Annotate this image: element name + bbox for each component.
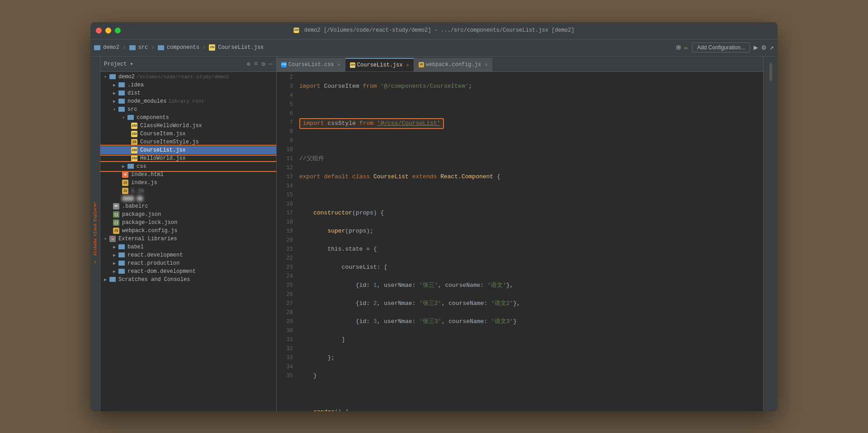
alibaba-cloud-explorer-strip: Alibaba Cloud Explorer ›: [90, 57, 100, 411]
settings-icon2[interactable]: ⚙: [261, 60, 265, 68]
code-line-5: [299, 136, 763, 145]
code-line-20: render() {: [299, 408, 763, 411]
tree-item-courseitemstyle[interactable]: JS CourseItemStyle.js: [100, 138, 276, 146]
editor-area: CSS CourseList.css ✕ JSX CourseList.jsx …: [277, 57, 763, 411]
tab-js-label: webpack.config.js: [426, 62, 481, 68]
tab-courselistcss[interactable]: CSS CourseList.css ✕: [277, 58, 345, 71]
tab-jsx-label: CourseList.jsx: [357, 62, 403, 68]
tree-item-dist[interactable]: ▶ dist: [100, 89, 276, 97]
tab-css-close[interactable]: ✕: [338, 62, 340, 67]
scroll-indicator[interactable]: [769, 63, 772, 81]
tree-item-webpackconfig[interactable]: JS webpack.config.js: [100, 227, 276, 235]
breadcrumb-file-icon: JSX: [209, 44, 215, 51]
breadcrumb-components[interactable]: components: [167, 44, 199, 51]
sidebar-title: Project ▾: [104, 61, 133, 67]
code-line-19: [299, 390, 763, 399]
code-content[interactable]: import CourseItem from '@/components/Cou…: [295, 72, 763, 411]
project-label[interactable]: Project ▾: [104, 61, 133, 67]
sidebar-header: Project ▾ ⊕ ≡ ⚙ —: [100, 57, 276, 72]
tree-item-helloworld[interactable]: JSX HelloWorld.jsx: [100, 154, 276, 162]
tree-item-node-modules[interactable]: ▶ node_modules library root: [100, 97, 276, 105]
tree-item-indexjs[interactable]: JS index.js: [100, 179, 276, 187]
js-tab-icon: JS: [419, 62, 424, 67]
tree-item-idea[interactable]: ▶ .idea: [100, 81, 276, 89]
layout-icon[interactable]: ⊞: [676, 43, 681, 52]
tree-item-indexhtml[interactable]: H index.html: [100, 171, 276, 179]
tree-item-babelrc[interactable]: RC .babelrc: [100, 202, 276, 210]
code-line-17: };: [299, 353, 763, 362]
breadcrumb-file[interactable]: CourseList.jsx: [218, 44, 264, 51]
main-area: Alibaba Cloud Explorer › Project ▾ ⊕ ≡ ⚙…: [90, 57, 778, 411]
code-line-9: constructor(props) {: [299, 209, 763, 218]
main-window: JSX demo2 [/Volumes/code/react-study/dem…: [90, 22, 778, 411]
code-line-10: super(props);: [299, 227, 763, 236]
toolbar-actions: ⊞ ✏ Add Configuration... ▶ ⚙ ↗: [676, 43, 774, 52]
tree-item-external-libs[interactable]: ▾ 📚 External Libraries: [100, 235, 276, 243]
code-line-7: export default class CourseList extends …: [299, 172, 763, 181]
right-panel: [763, 57, 778, 411]
jsx-tab-icon: JSX: [350, 62, 355, 68]
tree-item-packagejson[interactable]: {} package.json: [100, 210, 276, 219]
tree-item-demo2[interactable]: ▾ demo2 /Volumes/code/react-study/demo2: [100, 73, 276, 81]
run-icon[interactable]: ▶: [754, 43, 758, 52]
tree-item-react-prod[interactable]: ▶ react.production: [100, 259, 276, 267]
code-editor[interactable]: 2 3 4 5 6 7 8 9 10 11 12 13 14 15 16 17: [277, 72, 763, 411]
collapse-icon[interactable]: ≡: [254, 60, 258, 68]
code-line-14: {id: 2, userNmae: '张三2', courseName: '语文…: [299, 299, 763, 308]
tab-jsx-close[interactable]: ✕: [406, 62, 409, 68]
close-button[interactable]: [96, 28, 102, 33]
title-bar: JSX demo2 [/Volumes/code/react-study/dem…: [90, 22, 778, 39]
tree-item-courseitem[interactable]: JSX CourseItem.jsx: [100, 130, 276, 138]
breadcrumb-folder-icon3: [158, 45, 164, 50]
secondary-toolbar: demo2 › src › components › JSX CourseLis…: [90, 39, 778, 57]
alibaba-label: Alibaba Cloud Explorer: [93, 202, 98, 256]
code-line-13: {id: 1, userNmae: '张三', courseName: '语文'…: [299, 281, 763, 290]
sidebar-header-icons: ⊕ ≡ ⚙ —: [246, 60, 273, 68]
project-sidebar: Project ▾ ⊕ ≡ ⚙ — ▾ demo2 /Volumes/code/…: [100, 57, 277, 411]
code-line-15: {id: 3, userNmae: '张三3', courseName: '语文…: [299, 317, 763, 326]
code-line-8: [299, 190, 763, 200]
add-configuration-button[interactable]: Add Configuration...: [692, 43, 750, 52]
code-line-18: }: [299, 371, 763, 381]
tree-item-scratches[interactable]: ▶ Scratches and Consoles: [100, 276, 276, 284]
tree-item-reactdom-dev[interactable]: ▶ react-dom.development: [100, 267, 276, 276]
code-line-2: import CourseItem from '@/components/Cou…: [299, 82, 763, 91]
tree-item-components[interactable]: ▾ components: [100, 114, 276, 122]
tab-webpackconfig[interactable]: JS webpack.config.js ✕: [414, 58, 492, 71]
locate-icon[interactable]: ⊕: [246, 60, 250, 68]
minimize-button[interactable]: [105, 28, 111, 33]
tree-item-courselist[interactable]: JSX CourseList.jsx: [100, 146, 276, 154]
tree-item-react-dev[interactable]: ▶ react.development: [100, 251, 276, 259]
pen-icon[interactable]: ✏: [684, 43, 689, 52]
code-line-3: [299, 100, 763, 109]
maximize-button[interactable]: [115, 28, 121, 33]
tree-item-src[interactable]: ▾ src: [100, 105, 276, 114]
line-numbers: 2 3 4 5 6 7 8 9 10 11 12 13 14 15 16 17: [277, 72, 295, 411]
tree-item-1js[interactable]: JS 1.js: [100, 187, 276, 195]
code-line-12: courseList: [: [299, 263, 763, 272]
tree-item-classhelloworld[interactable]: JSX ClassHelloWorld.jsx: [100, 122, 276, 130]
tab-courselistjsx[interactable]: JSX CourseList.jsx ✕: [345, 58, 414, 71]
tree-item-css[interactable]: ▶ css: [100, 162, 276, 171]
tree-item-blurred[interactable]: ████ ██: [100, 195, 276, 202]
breadcrumb-demo2[interactable]: demo2: [103, 44, 119, 51]
traffic-lights: [96, 28, 121, 33]
alibaba-arrow[interactable]: ›: [94, 259, 97, 266]
close-sidebar-icon[interactable]: —: [269, 60, 273, 68]
tab-js-close[interactable]: ✕: [485, 62, 487, 67]
settings-icon[interactable]: ⚙: [762, 43, 766, 52]
project-tree: ▾ demo2 /Volumes/code/react-study/demo2 …: [100, 72, 276, 411]
code-line-4: import cssStyle from '@/css/CourseList': [299, 118, 763, 127]
tree-item-babel[interactable]: ▶ babel: [100, 243, 276, 251]
share-icon[interactable]: ↗: [769, 43, 774, 52]
window-title: JSX demo2 [/Volumes/code/react-study/dem…: [294, 27, 575, 33]
breadcrumb-src[interactable]: src: [138, 44, 148, 51]
editor-tabs: CSS CourseList.css ✕ JSX CourseList.jsx …: [277, 57, 763, 72]
tree-item-packagelockjson[interactable]: {} package-lock.json: [100, 219, 276, 227]
breadcrumb-folder-icon1: [94, 45, 100, 50]
code-line-16: ]: [299, 335, 763, 344]
tab-css-label: CourseList.css: [288, 62, 334, 68]
breadcrumb-folder-icon2: [129, 45, 136, 50]
code-line-6: //父组件: [299, 154, 763, 163]
code-line-11: this.state = {: [299, 245, 763, 254]
